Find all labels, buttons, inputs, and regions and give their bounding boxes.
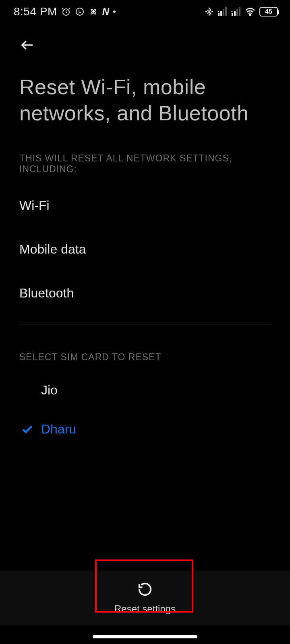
letter-n-icon: N [102, 6, 109, 17]
bottom-action-bar: Reset settings [0, 571, 290, 625]
svg-point-3 [211, 11, 212, 12]
list-item-bluetooth: Bluetooth [19, 271, 271, 315]
pinwheel-icon [89, 7, 98, 17]
reset-settings-button[interactable]: Reset settings [77, 574, 213, 622]
signal-sim2-icon [231, 7, 241, 16]
svg-rect-4 [218, 13, 220, 16]
more-notifications-dot-icon [113, 10, 116, 13]
whatsapp-icon [75, 7, 85, 17]
select-sim-heading: SELECT SIM CARD TO RESET [0, 324, 290, 363]
sim-option-label: Dharu [41, 422, 76, 437]
battery-indicator: 45 [259, 7, 278, 17]
page-title: Reset Wi-Fi, mobile networks, and Blueto… [0, 55, 290, 126]
svg-rect-10 [234, 11, 236, 16]
bluetooth-icon [205, 7, 213, 16]
list-item-wifi: Wi-Fi [19, 184, 271, 227]
sim-list: Jio Dharu [0, 363, 290, 449]
sim-option-label: Jio [41, 383, 58, 398]
svg-point-8 [218, 11, 219, 12]
sim-option-jio[interactable]: Jio [0, 371, 290, 410]
list-item-mobile-data: Mobile data [19, 227, 271, 271]
svg-rect-11 [236, 9, 238, 16]
svg-point-13 [232, 11, 233, 12]
wifi-icon [245, 7, 255, 16]
svg-rect-9 [232, 13, 233, 16]
svg-rect-7 [225, 7, 227, 16]
battery-level: 45 [265, 8, 272, 15]
nav-handle[interactable] [93, 635, 197, 638]
svg-point-1 [76, 8, 83, 15]
back-button[interactable] [19, 47, 35, 54]
reset-includes-list: Wi-Fi Mobile data Bluetooth [0, 175, 290, 315]
reset-settings-label: Reset settings [114, 603, 176, 615]
sim-option-dharu[interactable]: Dharu [0, 410, 290, 449]
check-icon [19, 423, 35, 436]
signal-sim1-icon [218, 7, 227, 16]
svg-rect-6 [223, 9, 224, 16]
status-bar: 8:54 PM N [0, 0, 290, 23]
svg-point-2 [206, 11, 207, 12]
svg-rect-12 [239, 7, 240, 16]
status-time: 8:54 PM [14, 5, 57, 18]
alarm-icon [61, 7, 71, 17]
svg-rect-5 [220, 11, 222, 16]
reset-includes-heading: THIS WILL RESET ALL NETWORK SETTINGS, IN… [0, 126, 290, 175]
reset-icon [137, 582, 153, 599]
svg-point-14 [249, 14, 251, 16]
